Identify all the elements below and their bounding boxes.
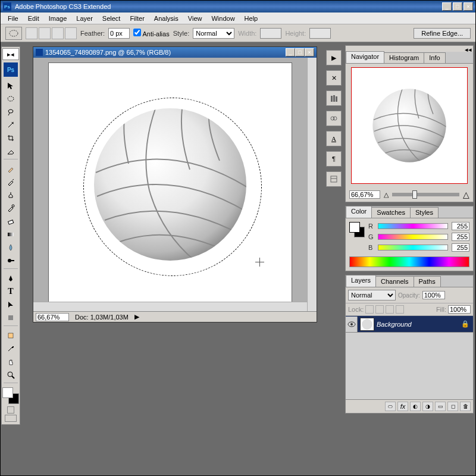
zoom-slider[interactable]: [392, 193, 459, 196]
color-swatches[interactable]: [2, 387, 19, 404]
doc-minimize-button[interactable]: _: [286, 48, 295, 57]
dock-play-icon[interactable]: ▶: [326, 50, 342, 65]
doc-close-button[interactable]: ×: [305, 48, 314, 57]
style-select[interactable]: Normal: [193, 28, 234, 39]
r-input[interactable]: [452, 222, 469, 230]
menu-select[interactable]: Select: [98, 14, 126, 23]
tab-color[interactable]: Color: [346, 206, 372, 218]
layer-group-button[interactable]: ▭: [435, 402, 446, 411]
crop-tool[interactable]: [3, 131, 18, 145]
dock-layercomps-icon[interactable]: [326, 171, 342, 187]
doc-maximize-button[interactable]: □: [295, 48, 305, 57]
current-tool-preview[interactable]: [5, 27, 22, 40]
fill-input[interactable]: [448, 305, 471, 314]
tab-channels[interactable]: Channels: [375, 276, 414, 287]
layer-row[interactable]: Background 🔒: [346, 316, 473, 333]
lock-transparency-icon[interactable]: [365, 305, 374, 314]
tab-paths[interactable]: Paths: [414, 276, 441, 287]
delete-layer-button[interactable]: 🗑: [460, 402, 471, 411]
zoom-input[interactable]: [36, 313, 69, 321]
link-layers-button[interactable]: ⬭: [385, 402, 396, 411]
b-slider[interactable]: [378, 245, 448, 250]
menu-view[interactable]: View: [183, 14, 207, 23]
standard-mode-button[interactable]: [7, 406, 14, 414]
dock-paragraph-icon[interactable]: ¶: [326, 151, 342, 167]
lock-all-icon[interactable]: [396, 305, 404, 314]
zoom-out-icon[interactable]: △: [384, 191, 389, 199]
eraser-tool[interactable]: [3, 215, 18, 228]
zoom-tool[interactable]: [3, 368, 18, 381]
lock-position-icon[interactable]: [386, 305, 394, 314]
pen-tool[interactable]: [3, 272, 18, 285]
move-tool[interactable]: [3, 79, 18, 92]
antialias-checkbox[interactable]: Anti-alias: [133, 29, 170, 37]
healing-brush-tool[interactable]: [3, 162, 18, 176]
add-selection-icon[interactable]: [39, 27, 51, 39]
horizontal-scrollbar[interactable]: [33, 302, 307, 311]
tab-swatches[interactable]: Swatches: [371, 207, 411, 218]
dock-character-icon[interactable]: A: [326, 131, 342, 146]
subtract-selection-icon[interactable]: [52, 27, 64, 39]
layer-thumbnail[interactable]: [360, 318, 374, 331]
layer-visibility-icon[interactable]: [346, 317, 358, 332]
notes-tool[interactable]: [3, 329, 18, 342]
r-slider[interactable]: [378, 223, 448, 229]
minimize-button[interactable]: _: [442, 2, 452, 11]
eyedropper-tool[interactable]: [3, 342, 18, 355]
menu-help[interactable]: Help: [240, 14, 263, 23]
blend-mode-select[interactable]: Normal: [348, 290, 396, 300]
tab-navigator[interactable]: Navigator: [346, 51, 384, 63]
feather-input[interactable]: [108, 28, 130, 39]
menu-file[interactable]: File: [3, 14, 23, 23]
navigator-preview[interactable]: [351, 67, 468, 184]
menu-layer[interactable]: Layer: [71, 14, 98, 23]
path-selection-tool[interactable]: [3, 298, 18, 311]
dodge-tool[interactable]: [3, 254, 18, 267]
lasso-tool[interactable]: [3, 105, 18, 118]
new-layer-button[interactable]: ◻: [447, 402, 458, 411]
vertical-scrollbar[interactable]: [307, 58, 317, 311]
navigator-zoom-input[interactable]: [349, 190, 380, 199]
tab-histogram[interactable]: Histogram: [384, 52, 424, 63]
screen-mode-button[interactable]: [5, 415, 17, 422]
color-fg-swatch[interactable]: [349, 222, 360, 233]
shape-tool[interactable]: [3, 311, 18, 324]
color-spectrum[interactable]: [349, 256, 469, 267]
new-selection-icon[interactable]: [26, 27, 37, 39]
dock-brushes-icon[interactable]: [326, 90, 342, 106]
clone-stamp-tool[interactable]: [3, 189, 18, 202]
menu-filter[interactable]: Filter: [125, 14, 149, 23]
panel-collapse-icon[interactable]: ◂◂: [465, 46, 472, 52]
layer-fx-button[interactable]: fx: [397, 402, 408, 411]
slice-tool[interactable]: [3, 145, 18, 158]
tools-collapse-tab[interactable]: ▸◂: [2, 48, 19, 60]
refine-edge-button[interactable]: Refine Edge...: [414, 28, 471, 39]
menu-window[interactable]: Window: [206, 14, 239, 23]
g-input[interactable]: [452, 233, 469, 241]
marquee-tool[interactable]: [3, 92, 18, 105]
zoom-in-icon[interactable]: △: [463, 190, 469, 199]
tab-layers[interactable]: Layers: [346, 275, 376, 287]
g-slider[interactable]: [378, 234, 448, 240]
tab-styles[interactable]: Styles: [410, 207, 439, 218]
layer-name[interactable]: Background: [377, 321, 461, 328]
foreground-color-swatch[interactable]: [2, 387, 13, 398]
dock-clone-icon[interactable]: [326, 111, 342, 126]
tab-info[interactable]: Info: [424, 52, 445, 63]
history-brush-tool[interactable]: [3, 202, 18, 215]
opacity-input[interactable]: [422, 291, 445, 299]
menu-edit[interactable]: Edit: [23, 14, 44, 23]
adjustment-layer-button[interactable]: ◑: [422, 402, 433, 411]
close-button[interactable]: ×: [464, 2, 473, 11]
b-input[interactable]: [452, 243, 469, 252]
gradient-tool[interactable]: [3, 228, 18, 241]
layer-mask-button[interactable]: ◐: [410, 402, 421, 411]
menu-image[interactable]: Image: [44, 14, 72, 23]
magic-wand-tool[interactable]: [3, 118, 18, 131]
brush-tool[interactable]: [3, 176, 18, 189]
lock-pixels-icon[interactable]: [375, 305, 384, 314]
canvas-viewport[interactable]: [33, 58, 307, 311]
color-panel-swatches[interactable]: [349, 222, 365, 237]
blur-tool[interactable]: [3, 241, 18, 254]
hand-tool[interactable]: [3, 355, 18, 368]
